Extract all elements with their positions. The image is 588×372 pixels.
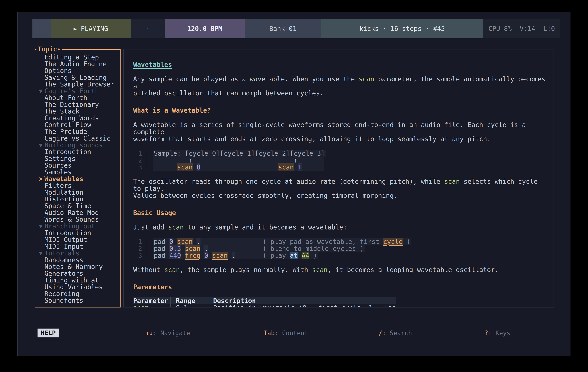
sidebar-topic-item[interactable]: ▼ Building sounds: [35, 142, 120, 149]
code-token-ic[interactable]: scan: [164, 266, 180, 273]
topic-label: The Stack: [44, 108, 120, 115]
code-token-cmt: ( blend to middle cycles ): [263, 245, 364, 252]
topic-marker-icon: [37, 121, 44, 128]
topic-label: Creating Words: [44, 115, 120, 121]
sidebar-topic-item[interactable]: The Audio Engine: [35, 61, 120, 67]
sidebar-topic-item[interactable]: Timing with at: [35, 277, 120, 284]
code-token-kw[interactable]: scan: [177, 163, 193, 171]
code-token-text: Just add: [133, 223, 168, 231]
code-token-cmt: ( play pad as wavetable, first: [263, 238, 383, 245]
code-token-text: [200, 252, 204, 259]
sidebar-topic-item[interactable]: The Sample Browser: [35, 81, 120, 88]
topic-marker-icon: [37, 115, 44, 121]
section-heading-what: What is a Wavetable?: [133, 107, 547, 114]
col-header-description: Description: [208, 297, 396, 304]
topic-marker-icon: ▼: [37, 223, 44, 230]
code-token-kw[interactable]: scan: [278, 163, 294, 171]
code-token-kw[interactable]: scan: [212, 252, 228, 259]
topic-label: Words & Sounds: [44, 216, 120, 223]
code-token-ic[interactable]: scan: [312, 266, 327, 273]
topic-label: Generators: [44, 270, 120, 277]
sidebar-topic-item[interactable]: Using Variables: [35, 284, 120, 291]
sidebar-topic-item[interactable]: > Wavetables: [35, 176, 120, 182]
topic-marker-icon: [37, 108, 44, 115]
sidebar-topic-item[interactable]: Notes & Harmony: [35, 263, 120, 270]
sidebar-topic-item[interactable]: Options: [35, 67, 120, 74]
topic-label: Options: [44, 67, 120, 74]
sidebar-topic-item[interactable]: Modulation: [35, 189, 120, 196]
code-token-text: [193, 157, 294, 164]
code-token-text: [181, 252, 185, 259]
sidebar-topic-item[interactable]: Words & Sounds: [35, 216, 120, 223]
topic-marker-icon: ▼: [37, 250, 44, 257]
topic-marker-icon: [37, 74, 44, 81]
sidebar-topic-item[interactable]: ▼ Branching out: [35, 223, 120, 230]
sidebar-topic-item[interactable]: Settings: [35, 155, 120, 162]
topic-marker-icon: [37, 189, 44, 196]
sidebar-topic-item[interactable]: MIDI Output: [35, 236, 120, 243]
topic-label: Timing with at: [44, 277, 120, 284]
hint-keys: ?: Keys: [462, 322, 510, 344]
sidebar-topic-item[interactable]: About Forth: [35, 94, 120, 101]
code-token-cmt: ( play: [263, 252, 290, 259]
topic-marker-icon: [37, 101, 44, 108]
sidebar-topic-item[interactable]: Editing a Step: [35, 54, 120, 61]
topic-marker-icon: [37, 135, 44, 142]
sidebar-topic-item[interactable]: Samples: [35, 169, 120, 176]
code-token-kw[interactable]: scan: [177, 238, 193, 245]
sidebar-topic-item[interactable]: Introduction: [35, 230, 120, 236]
code-token-text: The oscillator reads through one cycle a…: [133, 178, 444, 185]
topic-label: Randomness: [44, 257, 120, 263]
code-token-arrow: ↑: [294, 157, 297, 164]
code-token-ic[interactable]: scan: [168, 223, 184, 231]
code-token-text: [298, 252, 302, 259]
code-token-ic[interactable]: scan: [359, 75, 374, 83]
topic-marker-icon: [37, 54, 44, 61]
code-token-kwlink[interactable]: cycle: [383, 238, 403, 245]
paragraph-oscillator: The oscillator reads through one cycle a…: [133, 178, 547, 199]
sidebar-topic-item[interactable]: Audio-Rate Mod: [35, 209, 120, 216]
topic-marker-icon: [37, 67, 44, 74]
sidebar-topic-item[interactable]: Introduction: [35, 149, 120, 155]
sidebar-topic-item[interactable]: Saving & Loading: [35, 74, 120, 81]
sidebar-topic-item[interactable]: The Prelude: [35, 128, 120, 135]
code-token-kw[interactable]: scan: [185, 245, 200, 252]
topic-marker-icon: [37, 291, 44, 297]
code-token-text: pad: [154, 252, 169, 259]
voices-stat: V:14: [520, 25, 535, 32]
code-token-text: [154, 163, 177, 171]
track-info-display: kicks · 16 steps · #45: [321, 19, 483, 38]
sidebar-topic-item[interactable]: Cagire vs Classic: [35, 135, 120, 142]
sidebar-topic-item[interactable]: Sources: [35, 162, 120, 169]
paragraph-without: Without scan, the sample plays normally.…: [133, 266, 547, 273]
code-token-note[interactable]: A4: [302, 252, 309, 259]
code-token-ic[interactable]: scan: [444, 178, 460, 185]
sidebar-topic-item[interactable]: Control Flow: [35, 121, 120, 128]
code-token-kw[interactable]: freq: [185, 252, 200, 259]
topic-marker-icon: ▼: [37, 88, 44, 94]
sidebar-topic-item[interactable]: Randomness: [35, 257, 120, 263]
code-token-at[interactable]: at: [290, 252, 298, 259]
code-text: scan 0 scan 1: [153, 164, 324, 171]
sidebar-topic-item[interactable]: The Stack: [35, 108, 120, 115]
topic-marker-icon: [37, 236, 44, 243]
sidebar-topic-item[interactable]: Creating Words: [35, 115, 120, 121]
sidebar-topic-item[interactable]: ▼ Tutorials: [35, 250, 120, 257]
sidebar-topic-item[interactable]: The Dictionary: [35, 101, 120, 108]
navigate-keys: ↑↓: [146, 330, 153, 337]
sidebar-topic-item[interactable]: Generators: [35, 270, 120, 277]
code-line: 1 Sample: [cycle 0][cycle 1][cycle 2][cy…: [133, 150, 547, 157]
sidebar-topic-item[interactable]: Recording: [35, 291, 120, 297]
sidebar-topic-item[interactable]: Soundfonts: [35, 297, 120, 304]
sidebar-topic-item[interactable]: Distortion: [35, 196, 120, 203]
topic-marker-icon: ▼: [37, 142, 44, 149]
topic-marker-icon: [37, 263, 44, 270]
sidebar-topic-item[interactable]: ▼ Cagire's Forth: [35, 88, 120, 94]
sidebar-topic-item[interactable]: Filters: [35, 182, 120, 189]
topic-marker-icon: [37, 209, 44, 216]
sidebar-topic-item[interactable]: MIDI Input: [35, 243, 120, 250]
sidebar-topic-item[interactable]: Space & Time: [35, 203, 120, 209]
section-heading-basic: Basic Usage: [133, 209, 547, 216]
topic-marker-icon: [37, 257, 44, 263]
bank-display: Bank 01: [245, 19, 321, 38]
